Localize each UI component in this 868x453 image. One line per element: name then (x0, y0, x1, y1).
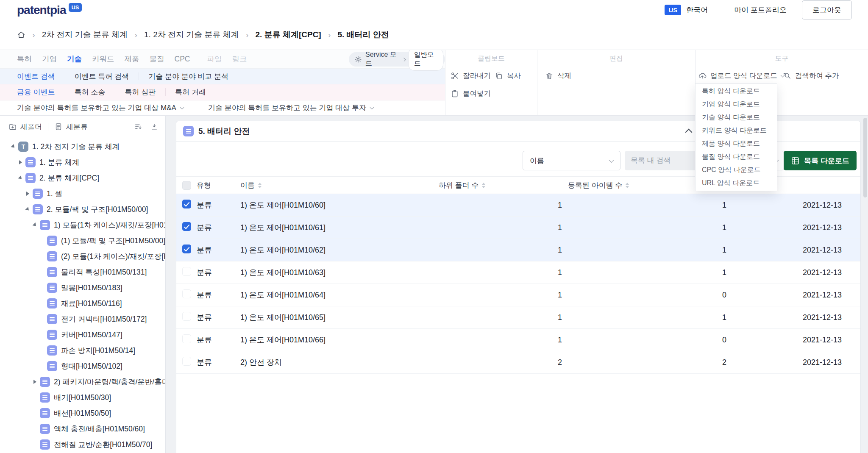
tree-item[interactable]: 밀봉[H01M50/183] (0, 280, 165, 295)
row-checkbox[interactable] (182, 245, 191, 253)
table-row[interactable]: 분류1) 온도 제어[H01M10/64]102021-12-13 (176, 284, 860, 306)
caret-expanded-icon[interactable] (25, 207, 31, 211)
tab-기업[interactable]: 기업 (42, 54, 57, 64)
tree-item[interactable]: 물리적 특성[H01M50/131] (0, 264, 165, 280)
download-menu-item[interactable]: CPC 양식 다운로드 (696, 164, 777, 177)
sort-icon[interactable] (482, 183, 485, 188)
select-all-checkbox[interactable] (182, 181, 191, 190)
tab-CPC[interactable]: CPC (175, 55, 190, 64)
tree-item[interactable]: (1) 모듈/팩 및 구조[H01M50/00] 기 (0, 233, 165, 248)
tree-item[interactable]: 파손 방지[H01M50/14] (0, 342, 165, 358)
table-row[interactable]: 분류1) 온도 제어[H01M10/61]112021-12-13 (176, 217, 860, 239)
tab-제품[interactable]: 제품 (125, 54, 139, 64)
list-search-input[interactable] (625, 151, 698, 170)
tab-링크[interactable]: 링크 (232, 54, 247, 64)
tab-기술[interactable]: 기술 (67, 54, 82, 64)
tree-item[interactable]: 2. 분류 체계[CPC] (0, 170, 165, 186)
table-row[interactable]: 분류1) 온도 제어[H01M10/60]112021-12-13 (176, 194, 860, 217)
collapse-all-icon[interactable] (150, 122, 159, 131)
download-menu-item[interactable]: 특허 양식 다운로드 (696, 85, 777, 98)
tab-특허[interactable]: 특허 (17, 54, 32, 64)
table-row[interactable]: 분류1) 온도 제어[H01M10/63]112021-12-13 (176, 261, 860, 284)
table-row[interactable]: 분류1) 온도 제어[H01M10/66]102021-12-13 (176, 329, 860, 351)
download-menu-item[interactable]: URL 양식 다운로드 (696, 177, 777, 190)
search-add-button[interactable]: 검색하여 추가 (783, 70, 839, 82)
row-checkbox[interactable] (182, 334, 191, 343)
upload-template-download-button[interactable]: 업로드 양식 다운로드 (698, 70, 784, 82)
tree-item[interactable]: (2) 모듈(1차 케이스)/재킷/포장[H0 (0, 248, 165, 264)
language-select[interactable]: 한국어 (686, 5, 708, 15)
tree-item[interactable]: 2) 패키지/마운팅/랙/충격/운반/홀더 (0, 374, 165, 389)
delete-button[interactable]: 삭제 (545, 70, 571, 82)
download-menu-item[interactable]: 제품 양식 다운로드 (696, 137, 777, 150)
menu-item[interactable]: 특허 거래 (165, 84, 216, 100)
tree-item[interactable]: 1. 셀 (0, 186, 165, 201)
logo[interactable]: patentpia US (17, 4, 82, 16)
row-checkbox[interactable] (182, 267, 191, 276)
download-menu-item[interactable]: 키워드 양식 다운로드 (696, 124, 777, 137)
tree-item[interactable]: T1. 2차 전지 기술 분류 체계 (0, 139, 165, 154)
tree-item[interactable]: 2. 모듈/팩 및 구조[H01M50/00] (0, 201, 165, 217)
new-category-button[interactable]: 새분류 (53, 120, 89, 133)
sort-icon[interactable] (258, 183, 262, 188)
tree-item[interactable]: 1) 모듈(1차 케이스)/재킷/포장[H01M (0, 217, 165, 233)
tree-item[interactable]: 전기 커넥터[H01M50/172] (0, 311, 165, 327)
menu-item[interactable]: 이벤트 특허 검색 (65, 69, 139, 84)
tree-item[interactable]: 커버[H01M50/147] (0, 327, 165, 342)
download-menu-item[interactable]: 기술 양식 다운로드 (696, 111, 777, 124)
sort-field-select[interactable]: 이름 (523, 151, 620, 170)
row-checkbox[interactable] (182, 200, 191, 208)
home-icon[interactable] (17, 31, 25, 39)
breadcrumb-item-current[interactable]: 5. 배터리 안전 (337, 29, 389, 40)
service-mode-value[interactable]: 일반모드 (409, 48, 443, 70)
col-subfolders[interactable]: 하위 폴더 수 (439, 181, 568, 190)
table-row[interactable]: 분류2) 안전 장치222021-12-13 (176, 351, 860, 374)
tree-item[interactable]: 전해질 교반/순환[H01M50/70] (0, 436, 165, 452)
caret-collapsed-icon[interactable] (32, 380, 38, 384)
my-portfolio-link[interactable]: 마이 포트폴리오 (734, 5, 787, 15)
download-menu-item[interactable]: 기업 양식 다운로드 (696, 98, 777, 111)
service-mode-toggle[interactable]: Service 모드 일반모드 (349, 52, 445, 67)
tree-item[interactable]: 1. 분류 체계 (0, 154, 165, 170)
tree-item[interactable]: 배선[H01M50/50] (0, 405, 165, 421)
menu-item[interactable]: 특허 심판 (115, 84, 165, 100)
list-download-button[interactable]: 목록 다운로드 (784, 151, 857, 170)
col-name[interactable]: 이름 (240, 181, 439, 190)
tab-키워드[interactable]: 키워드 (92, 54, 114, 64)
tab-파일[interactable]: 파일 (207, 54, 222, 64)
table-row[interactable]: 분류1) 온도 제어[H01M10/62]112021-12-13 (176, 239, 860, 261)
copy-button[interactable]: 복사 (495, 70, 521, 82)
caret-expanded-icon[interactable] (10, 145, 16, 149)
menu-item[interactable]: 특허 소송 (65, 84, 115, 100)
tree-item[interactable]: 배기[H01M50/30] (0, 389, 165, 405)
caret-expanded-icon[interactable] (17, 176, 23, 180)
menu-item[interactable]: 기술 분야의 특허를 보유하고 있는 기업 대상 M&A (17, 100, 184, 115)
country-badge[interactable]: US (665, 5, 681, 15)
tree-item[interactable]: 액체 충전/배출[H01M50/60] (0, 421, 165, 436)
caret-expanded-icon[interactable] (32, 223, 38, 227)
caret-collapsed-icon[interactable] (17, 160, 23, 164)
breadcrumb-item[interactable]: 1. 2차 전지 기술 분류 체계 (144, 29, 239, 40)
tree-item[interactable]: 재료[H01M50/116] (0, 295, 165, 311)
row-checkbox[interactable] (182, 222, 191, 231)
breadcrumb-item[interactable]: 2. 분류 체계[CPC] (256, 29, 321, 40)
tree-item[interactable]: 형태[H01M50/102] (0, 358, 165, 374)
row-checkbox[interactable] (182, 312, 191, 321)
menu-item[interactable]: 이벤트 검색 (17, 69, 65, 84)
menu-item[interactable]: 금융 이벤트 (17, 84, 65, 100)
new-folder-button[interactable]: 새폴더 (7, 120, 44, 133)
breadcrumb-item[interactable]: 2차 전지 기술 분류 체계 (42, 29, 128, 40)
collapse-section-icon[interactable] (685, 129, 693, 136)
tab-물질[interactable]: 물질 (150, 54, 164, 64)
paste-button[interactable]: 붙여넣기 (451, 88, 491, 100)
menu-item[interactable]: 기술 분야 분야 비교 분석 (139, 69, 238, 84)
download-menu-item[interactable]: 물질 양식 다운로드 (696, 150, 777, 164)
row-checkbox[interactable] (182, 289, 191, 298)
menu-item[interactable]: 기술 분야의 특허를 보유하고 있는 기업 대상 투자 (208, 100, 373, 115)
caret-collapsed-icon[interactable] (25, 192, 31, 196)
sort-tree-icon[interactable] (134, 122, 142, 131)
sort-icon[interactable] (626, 183, 629, 188)
table-row[interactable]: 분류1) 온도 제어[H01M10/65]112021-12-13 (176, 306, 860, 329)
cut-button[interactable]: 잘라내기 (451, 70, 491, 82)
logout-button[interactable]: 로그아웃 (802, 0, 852, 19)
